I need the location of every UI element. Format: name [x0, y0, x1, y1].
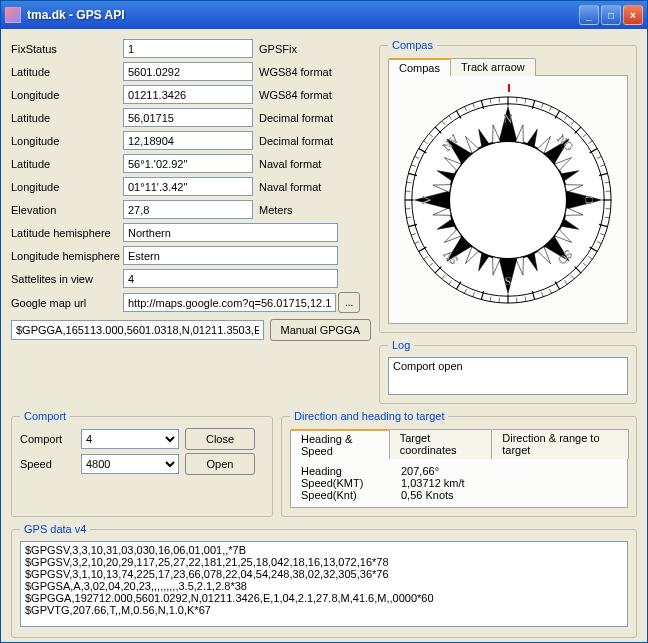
field-label: Longitude	[11, 135, 123, 147]
app-window: tma.dk - GPS API _ □ × FixStatusGPSFixLa…	[0, 0, 648, 643]
field-label: Latitude	[11, 158, 123, 170]
close-button[interactable]: ×	[623, 5, 643, 25]
titlebar: tma.dk - GPS API _ □ ×	[1, 1, 647, 29]
field-input[interactable]	[123, 85, 253, 104]
field-row: LongitudeWGS84 format	[11, 85, 371, 104]
tab-heading-speed[interactable]: Heading & Speed	[290, 429, 390, 459]
tab-compas[interactable]: Compas	[388, 58, 451, 76]
app-icon	[5, 7, 21, 23]
svg-text:S: S	[505, 274, 512, 287]
heading-value: 207,66°	[401, 465, 521, 477]
comport-open-button[interactable]: Open	[185, 453, 255, 475]
heading-label: Heading	[301, 465, 401, 477]
field-row: LatitudeNaval format	[11, 154, 371, 173]
svg-text:V: V	[421, 195, 434, 204]
field-desc: Naval format	[259, 181, 351, 193]
field-desc: WGS84 format	[259, 66, 351, 78]
compass-tab-body: NNOOSOSSVVNV	[388, 75, 628, 324]
field-desc: Decimal format	[259, 135, 351, 147]
window-title: tma.dk - GPS API	[27, 8, 577, 22]
field-label: Longitude	[11, 181, 123, 193]
field-input[interactable]	[123, 62, 253, 81]
gpsdata-group: GPS data v4 $GPGSV,3,3,10,31,03,030,16,0…	[11, 523, 637, 638]
field-row: LatitudeWGS84 format	[11, 62, 371, 81]
comport-select[interactable]: 4	[81, 429, 179, 449]
heading-marker	[508, 84, 510, 92]
field-input[interactable]	[123, 39, 253, 58]
maximize-button[interactable]: □	[601, 5, 621, 25]
heading-tab-body: Heading207,66° Speed(KMT)1,03712 km/t Sp…	[290, 458, 628, 508]
google-url-row: Google map url ...	[11, 292, 371, 313]
google-url-input[interactable]	[123, 293, 336, 312]
field-input[interactable]	[123, 223, 338, 242]
field-row: ElevationMeters	[11, 200, 371, 219]
right-column: Compas Compas Track arraow	[379, 39, 637, 404]
field-input[interactable]	[123, 246, 338, 265]
svg-text:N: N	[504, 112, 513, 125]
field-label: Elevation	[11, 204, 123, 216]
log-text[interactable]: Comport open	[388, 357, 628, 395]
field-label: Latitude hemisphere	[11, 227, 123, 239]
field-row: FixStatusGPSFix	[11, 39, 371, 58]
tab-target-coordinates[interactable]: Target coordinates	[389, 429, 493, 459]
field-input[interactable]	[123, 154, 253, 173]
field-label: Latitude	[11, 66, 123, 78]
middle-row: Comport Comport 4 Close Speed 4800 Open …	[11, 410, 637, 517]
manual-gpgga-button[interactable]: Manual GPGGA	[270, 319, 371, 341]
field-input[interactable]	[123, 177, 253, 196]
gpsdata-legend: GPS data v4	[20, 523, 90, 535]
field-label: FixStatus	[11, 43, 123, 55]
open-url-button[interactable]: ...	[338, 292, 360, 313]
log-legend: Log	[388, 339, 414, 351]
field-row: Longitude hemisphere	[11, 246, 371, 265]
svg-text:O: O	[582, 195, 595, 204]
tab-track-arrow[interactable]: Track arraow	[450, 58, 536, 76]
direction-legend: Direction and heading to target	[290, 410, 448, 422]
field-row: LongitudeDecimal format	[11, 131, 371, 150]
svg-point-2	[449, 141, 567, 259]
gpsdata-text[interactable]: $GPGSV,3,3,10,31,03,030,16,06,01,001,,*7…	[20, 541, 628, 627]
field-desc: GPSFix	[259, 43, 351, 55]
minimize-button[interactable]: _	[579, 5, 599, 25]
gpgga-input[interactable]	[11, 320, 264, 340]
field-input[interactable]	[123, 108, 253, 127]
field-row: Latitude hemisphere	[11, 223, 371, 242]
compass-group: Compas Compas Track arraow	[379, 39, 637, 333]
log-group: Log Comport open	[379, 339, 637, 404]
top-area: FixStatusGPSFixLatitudeWGS84 formatLongi…	[11, 39, 637, 404]
speed-kmt-value: 1,03712 km/t	[401, 477, 521, 489]
field-input[interactable]	[123, 131, 253, 150]
compass-display: NNOOSOSSVVNV	[395, 82, 621, 317]
comport-legend: Comport	[20, 410, 70, 422]
speed-label: Speed	[20, 458, 75, 470]
comport-close-button[interactable]: Close	[185, 428, 255, 450]
field-row: LatitudeDecimal format	[11, 108, 371, 127]
comport-label: Comport	[20, 433, 75, 445]
speed-knt-label: Speed(Knt)	[301, 489, 401, 501]
compass-legend: Compas	[388, 39, 437, 51]
field-label: Longitude hemisphere	[11, 250, 123, 262]
field-desc: WGS84 format	[259, 89, 351, 101]
comport-group: Comport Comport 4 Close Speed 4800 Open	[11, 410, 273, 517]
speed-kmt-label: Speed(KMT)	[301, 477, 401, 489]
field-desc: Decimal format	[259, 112, 351, 124]
speed-select[interactable]: 4800	[81, 454, 179, 474]
field-label: Latitude	[11, 112, 123, 124]
field-row: LongitudeNaval format	[11, 177, 371, 196]
speed-knt-value: 0,56 Knots	[401, 489, 521, 501]
field-input[interactable]	[123, 200, 253, 219]
client-area: FixStatusGPSFixLatitudeWGS84 formatLongi…	[1, 29, 647, 642]
field-desc: Naval format	[259, 158, 351, 170]
tab-direction-range[interactable]: Direction & range to target	[491, 429, 629, 459]
field-input[interactable]	[123, 269, 338, 288]
field-row: Sattelites in view	[11, 269, 371, 288]
compass-tabs: Compas Track arraow	[388, 57, 628, 75]
field-label: Sattelites in view	[11, 273, 123, 285]
form-column: FixStatusGPSFixLatitudeWGS84 formatLongi…	[11, 39, 371, 404]
field-label: Longitude	[11, 89, 123, 101]
gpgga-row: Manual GPGGA	[11, 319, 371, 341]
direction-tabs: Heading & Speed Target coordinates Direc…	[290, 428, 628, 458]
direction-group: Direction and heading to target Heading …	[281, 410, 637, 517]
google-url-label: Google map url	[11, 297, 123, 309]
field-desc: Meters	[259, 204, 351, 216]
